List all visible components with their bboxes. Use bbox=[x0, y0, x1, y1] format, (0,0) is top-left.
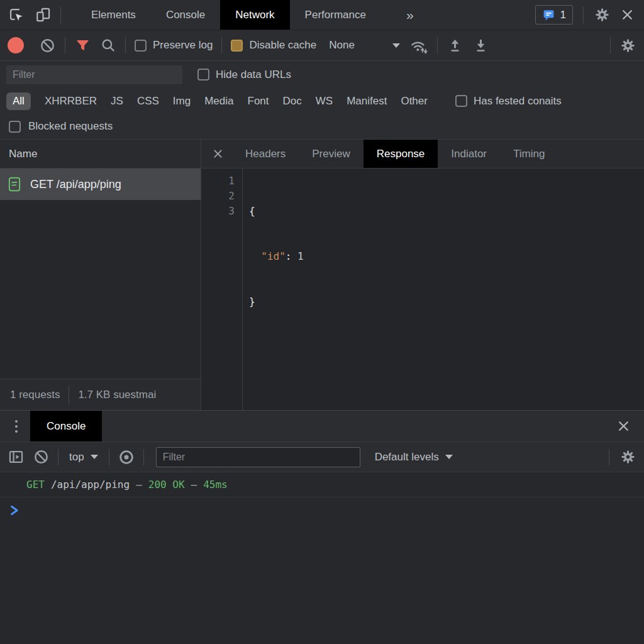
request-row[interactable]: GET /api/app/ping bbox=[0, 169, 201, 200]
gear-icon bbox=[619, 37, 636, 54]
clear-button[interactable] bbox=[39, 37, 56, 54]
network-filter-input[interactable] bbox=[6, 65, 182, 84]
message-bubble-icon bbox=[542, 8, 555, 21]
hide-data-urls-checkbox[interactable] bbox=[197, 69, 209, 80]
dropdown-arrow-icon bbox=[91, 455, 98, 459]
more-tabs-button[interactable]: » bbox=[391, 0, 429, 30]
log-time: 45ms bbox=[203, 479, 228, 491]
close-drawer-button[interactable] bbox=[617, 419, 644, 433]
eye-icon bbox=[118, 448, 135, 466]
block-icon bbox=[33, 448, 50, 465]
json-colon: : bbox=[286, 250, 297, 262]
download-icon bbox=[472, 37, 489, 54]
log-separator: — bbox=[191, 479, 197, 491]
tab-elements[interactable]: Elements bbox=[76, 0, 151, 30]
tab-console[interactable]: Console bbox=[151, 0, 220, 30]
tab-preview[interactable]: Preview bbox=[299, 140, 363, 168]
pill-ws[interactable]: WS bbox=[316, 95, 333, 108]
tab-timing[interactable]: Timing bbox=[500, 140, 558, 168]
file-icon bbox=[8, 176, 21, 192]
context-value: top bbox=[69, 451, 84, 464]
close-icon bbox=[617, 419, 630, 433]
import-har-button[interactable] bbox=[447, 37, 464, 54]
issues-badge[interactable]: 1 bbox=[535, 5, 573, 25]
gear-icon bbox=[619, 448, 636, 465]
search-button[interactable] bbox=[100, 37, 116, 53]
console-settings-button[interactable] bbox=[619, 448, 636, 465]
console-sidebar-button[interactable] bbox=[8, 448, 25, 465]
issues-count: 1 bbox=[560, 9, 566, 21]
pill-doc[interactable]: Doc bbox=[283, 95, 302, 108]
network-conditions-button[interactable] bbox=[409, 37, 428, 54]
tab-initiator[interactable]: Indiator bbox=[438, 140, 500, 168]
tab-headers[interactable]: Headers bbox=[232, 140, 299, 168]
close-detail-button[interactable] bbox=[201, 148, 232, 159]
code-line: { bbox=[249, 204, 309, 219]
filter-toggle-button[interactable] bbox=[74, 38, 91, 53]
sidebar-icon bbox=[8, 448, 25, 465]
network-toolbar: Preserve log Disable cache None bbox=[0, 30, 644, 61]
pill-xhr[interactable]: XHRRBER bbox=[45, 95, 97, 108]
hide-data-urls-label: Hide data URLs bbox=[216, 69, 291, 81]
requests-panel: Name GET /api/app/ping 1 requests 1.7 KB… bbox=[0, 140, 201, 410]
tab-performance[interactable]: Performance bbox=[290, 0, 381, 30]
log-levels-value: Default levels bbox=[375, 451, 439, 464]
network-summary-bar: 1 requests 1.7 KB suestmai bbox=[0, 379, 201, 410]
divider bbox=[610, 37, 611, 53]
funnel-icon bbox=[74, 38, 91, 53]
pill-img[interactable]: Img bbox=[173, 95, 191, 108]
record-button[interactable] bbox=[8, 37, 24, 53]
close-devtools-button[interactable] bbox=[621, 8, 634, 21]
network-main-area: Name GET /api/app/ping 1 requests 1.7 KB… bbox=[0, 140, 644, 410]
line-number: 3 bbox=[201, 204, 235, 219]
detail-tab-bar: Headers Preview Response Indiator Timing bbox=[201, 140, 644, 169]
wifi-icon bbox=[409, 37, 428, 54]
line-number-gutter: 1 2 3 bbox=[201, 169, 243, 410]
clear-console-button[interactable] bbox=[33, 448, 50, 465]
divider bbox=[60, 7, 61, 23]
close-icon bbox=[213, 148, 223, 159]
has-blocked-cookies-checkbox[interactable] bbox=[455, 95, 467, 107]
blocked-requests-checkbox[interactable] bbox=[9, 121, 21, 133]
log-levels-select[interactable]: Default levels bbox=[375, 451, 453, 464]
live-expression-button[interactable] bbox=[118, 448, 135, 466]
drawer-menu-button[interactable] bbox=[0, 420, 30, 433]
preserve-log-label: Preserve log bbox=[153, 39, 213, 52]
preserve-log-checkbox[interactable] bbox=[135, 40, 147, 52]
divider bbox=[437, 37, 438, 53]
main-toolbar: Elements Console Network Performance » 1 bbox=[0, 0, 644, 30]
name-column-header[interactable]: Name bbox=[0, 140, 201, 169]
settings-button[interactable] bbox=[594, 6, 611, 23]
inspect-button[interactable] bbox=[8, 6, 25, 23]
export-har-button[interactable] bbox=[472, 37, 489, 54]
has-blocked-cookies-label: Has fested conaits bbox=[474, 95, 562, 108]
tab-console-drawer[interactable]: Console bbox=[30, 411, 102, 441]
pill-manifest[interactable]: Manifest bbox=[347, 95, 387, 108]
divider bbox=[58, 449, 58, 465]
pill-media[interactable]: Media bbox=[204, 95, 233, 108]
device-toolbar-button[interactable] bbox=[35, 6, 52, 23]
console-prompt[interactable] bbox=[0, 497, 644, 523]
pill-js[interactable]: JS bbox=[111, 95, 123, 108]
divider bbox=[109, 449, 109, 465]
resource-type-filter: All XHRRBER JS CSS Img Media Font Doc WS… bbox=[0, 88, 644, 114]
pill-all[interactable]: All bbox=[6, 92, 31, 110]
throttling-select[interactable]: None bbox=[325, 39, 400, 52]
response-body-viewer[interactable]: 1 2 3 { "id": 1 } bbox=[201, 169, 644, 410]
block-icon bbox=[39, 37, 56, 54]
context-select[interactable]: top bbox=[67, 451, 101, 464]
pill-other[interactable]: Other bbox=[401, 95, 428, 108]
request-label: GET /api/app/ping bbox=[30, 178, 121, 191]
network-settings-button[interactable] bbox=[619, 37, 636, 54]
console-empty-area[interactable] bbox=[0, 523, 644, 644]
pill-css[interactable]: CSS bbox=[137, 95, 159, 108]
disable-cache-checkbox[interactable] bbox=[231, 40, 243, 52]
vertical-dots-icon bbox=[15, 420, 18, 423]
console-filter-input[interactable] bbox=[156, 447, 360, 467]
tab-response[interactable]: Response bbox=[364, 140, 438, 168]
inspect-cursor-icon bbox=[8, 6, 25, 23]
tab-network[interactable]: Network bbox=[220, 0, 289, 30]
dropdown-arrow-icon bbox=[392, 43, 400, 48]
pill-font[interactable]: Font bbox=[248, 95, 269, 108]
json-brace: { bbox=[249, 205, 255, 217]
